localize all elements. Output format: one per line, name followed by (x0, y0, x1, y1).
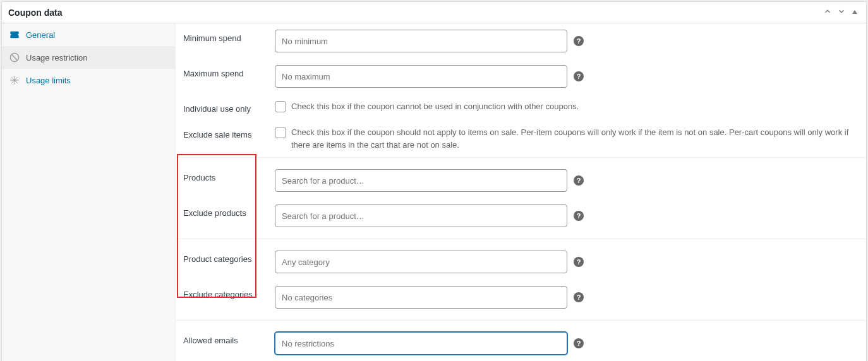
svg-line-2 (11, 54, 17, 60)
label-exclude-sale: Exclude sale items (183, 126, 275, 139)
sidebar-item-label: General (26, 30, 55, 40)
exclude-sale-text: Check this box if the coupon should not … (291, 126, 859, 151)
product-categories-input[interactable] (275, 251, 567, 273)
content-area: Minimum spend ? Maximum spend ? Individu… (176, 23, 866, 361)
label-individual-use: Individual use only (183, 100, 275, 114)
label-exclude-products: Exclude products (183, 204, 275, 218)
label-maximum-spend: Maximum spend (183, 65, 275, 78)
sidebar-item-label: Usage restriction (26, 53, 88, 62)
exclude-products-input[interactable] (275, 204, 567, 227)
svg-marker-0 (852, 10, 857, 14)
sidebar-item-usage-limits[interactable]: Usage limits (2, 69, 175, 92)
minimum-spend-input[interactable] (275, 30, 567, 52)
panel-title: Coupon data (8, 8, 63, 18)
label-products: Products (183, 169, 275, 182)
row-exclude-products: Exclude products ? (176, 198, 866, 239)
panel-header: Coupon data (2, 2, 866, 23)
sidebar-item-usage-restriction[interactable]: Usage restriction (2, 46, 175, 69)
label-product-categories: Product categories (183, 251, 275, 264)
help-icon[interactable]: ? (574, 71, 584, 81)
row-exclude-categories: Exclude categories ? (176, 280, 866, 320)
sidebar: General Usage restriction Usage limits (2, 23, 176, 361)
individual-use-text: Check this box if the coupon cannot be u… (291, 100, 579, 113)
help-icon[interactable]: ? (574, 36, 584, 46)
row-individual-use: Individual use only Check this box if th… (176, 94, 866, 120)
exclude-sale-checkbox[interactable] (275, 127, 286, 138)
panel-controls (822, 7, 860, 18)
label-exclude-categories: Exclude categories (183, 286, 275, 299)
help-icon[interactable]: ? (574, 211, 584, 221)
sidebar-item-general[interactable]: General (2, 23, 175, 46)
label-allowed-emails: Allowed emails (183, 332, 275, 345)
help-icon[interactable]: ? (574, 175, 584, 186)
row-products: Products ? (176, 158, 866, 198)
row-minimum-spend: Minimum spend ? (176, 23, 866, 59)
maximum-spend-input[interactable] (275, 65, 567, 88)
move-up-icon[interactable] (822, 7, 833, 18)
panel-body: General Usage restriction Usage limits M… (2, 23, 866, 361)
exclude-categories-input[interactable] (275, 286, 567, 309)
block-icon (9, 52, 20, 62)
sidebar-item-label: Usage limits (26, 76, 71, 85)
ticket-icon (9, 30, 20, 40)
help-icon[interactable]: ? (574, 292, 584, 302)
help-icon[interactable]: ? (574, 338, 584, 348)
label-minimum-spend: Minimum spend (183, 30, 275, 43)
help-icon[interactable]: ? (574, 257, 584, 267)
row-maximum-spend: Maximum spend ? (176, 59, 866, 94)
allowed-emails-input[interactable] (275, 332, 567, 355)
individual-use-checkbox[interactable] (275, 101, 286, 112)
move-down-icon[interactable] (836, 7, 847, 18)
products-input[interactable] (275, 169, 567, 192)
coupon-data-panel: Coupon data General (1, 1, 867, 361)
row-allowed-emails: Allowed emails ? (176, 321, 866, 361)
limits-icon (9, 75, 20, 85)
row-product-categories: Product categories ? (176, 239, 866, 280)
collapse-icon[interactable] (850, 8, 860, 18)
row-exclude-sale: Exclude sale items Check this box if the… (176, 120, 866, 157)
